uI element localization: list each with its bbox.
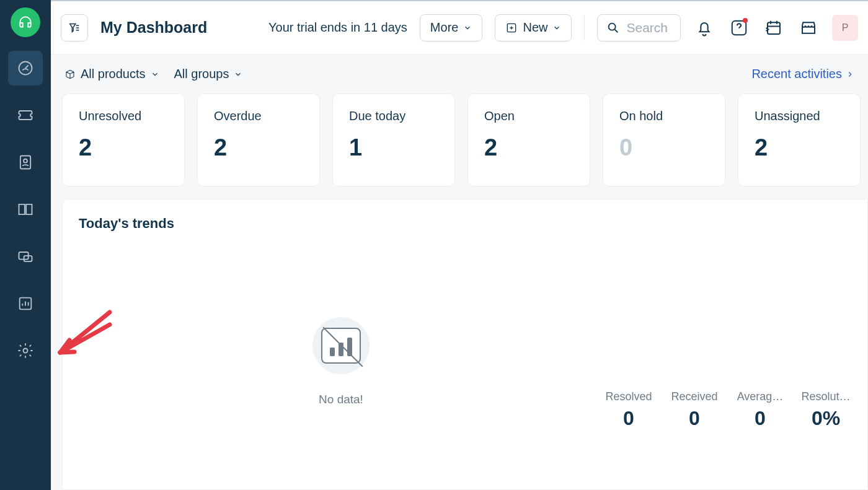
metric-value: 2 [484, 134, 574, 161]
chevron-down-icon [552, 24, 561, 32]
search-placeholder: Search [626, 20, 668, 35]
main-content: My Dashboard Your trial ends in 11 days … [51, 0, 868, 490]
calendar-icon [764, 19, 783, 37]
trends-title: Today's trends [79, 216, 851, 232]
filter-icon [68, 21, 81, 35]
metric-label: Unresolved [79, 109, 168, 123]
chevron-right-icon [846, 70, 854, 79]
metric-label: On hold [619, 109, 709, 123]
nav-tickets[interactable] [8, 98, 43, 133]
trends-panel: Today's trends No data! Resolved0Receive… [62, 199, 868, 490]
chevron-down-icon [234, 70, 242, 79]
stat-value: 0 [755, 407, 766, 430]
filter-bar: All products All groups Recent activitie… [51, 55, 868, 94]
gear-icon [17, 342, 34, 359]
stat-value: 0 [689, 407, 700, 430]
products-filter[interactable]: All products [64, 67, 159, 81]
trends-stats: Resolved0Received0Averag…0Resolut…0% [603, 250, 851, 473]
metric-value: 1 [349, 134, 438, 161]
nav-contacts[interactable] [8, 145, 43, 180]
svg-point-2 [24, 159, 27, 163]
nav-solutions[interactable] [8, 192, 43, 227]
search-button[interactable]: Search [597, 14, 681, 42]
topbar: My Dashboard Your trial ends in 11 days … [51, 0, 868, 55]
cube-icon [64, 69, 76, 80]
nav-settings[interactable] [8, 333, 43, 368]
svg-point-6 [24, 349, 28, 353]
avatar-initial: P [842, 22, 849, 33]
more-dropdown[interactable]: More [420, 14, 483, 42]
nav-reports[interactable] [8, 286, 43, 321]
sidebar [0, 0, 51, 490]
plus-square-icon [505, 22, 518, 34]
metric-card[interactable]: On hold0 [603, 94, 725, 186]
metric-card[interactable]: Unresolved2 [62, 94, 185, 186]
brand-logo[interactable] [11, 7, 40, 37]
page-title: My Dashboard [100, 19, 207, 37]
metric-card[interactable]: Unassigned2 [738, 94, 861, 186]
bell-icon [695, 19, 714, 37]
stat-label: Received [671, 390, 717, 403]
metric-card[interactable]: Due today1 [332, 94, 455, 186]
no-data-text: No data! [319, 393, 363, 406]
separator [584, 15, 585, 40]
gauge-icon [17, 59, 34, 77]
stat-label: Resolved [605, 390, 652, 403]
products-label: All products [81, 67, 146, 81]
new-dropdown[interactable]: New [495, 14, 572, 42]
book-icon [17, 201, 34, 218]
stat-value: 0% [812, 407, 840, 430]
metric-value: 2 [79, 134, 168, 161]
metric-cards-row: Unresolved2Overdue2Due today1Open2On hol… [51, 94, 868, 186]
calendar-button[interactable] [763, 17, 785, 39]
nav-chat[interactable] [8, 239, 43, 274]
headset-icon [17, 14, 33, 30]
groups-filter[interactable]: All groups [174, 67, 243, 81]
metric-label: Overdue [214, 109, 303, 123]
metric-label: Unassigned [755, 109, 844, 123]
search-icon [606, 21, 620, 35]
groups-label: All groups [174, 67, 229, 81]
more-label: More [430, 20, 459, 35]
stat-label: Resolut… [801, 390, 850, 403]
nav-dashboard[interactable] [8, 51, 43, 85]
filter-toggle-button[interactable] [61, 14, 88, 42]
recent-activities-link[interactable]: Recent activities [751, 67, 854, 81]
user-avatar[interactable]: P [832, 15, 858, 41]
metric-value: 0 [619, 134, 709, 161]
trend-stat: Resolut…0% [800, 390, 851, 430]
notifications-button[interactable] [693, 17, 715, 39]
trend-stat: Averag…0 [735, 390, 786, 430]
help-button[interactable] [728, 17, 750, 39]
contact-icon [17, 154, 34, 171]
metric-card[interactable]: Open2 [467, 94, 590, 186]
chevron-down-icon [463, 24, 472, 32]
chevron-down-icon [151, 70, 159, 79]
chat-icon [17, 248, 34, 265]
recent-label: Recent activities [751, 67, 842, 81]
ticket-icon [17, 107, 34, 124]
marketplace-button[interactable] [797, 17, 820, 39]
svg-point-8 [609, 23, 616, 30]
metric-card[interactable]: Overdue2 [197, 94, 320, 186]
stat-label: Averag… [737, 390, 784, 403]
stat-value: 0 [623, 407, 634, 430]
trends-chart-area: No data! [79, 250, 603, 473]
metric-value: 2 [214, 134, 303, 161]
notification-dot [743, 18, 748, 23]
trial-notice: Your trial ends in 11 days [268, 20, 407, 35]
metric-label: Due today [349, 109, 438, 123]
chart-icon [17, 295, 34, 312]
metric-value: 2 [755, 134, 844, 161]
store-icon [799, 19, 818, 37]
trend-stat: Resolved0 [603, 390, 654, 430]
no-data-icon [312, 317, 370, 374]
metric-label: Open [484, 109, 574, 123]
new-label: New [523, 20, 547, 35]
trend-stat: Received0 [669, 390, 720, 430]
svg-rect-10 [768, 22, 780, 34]
